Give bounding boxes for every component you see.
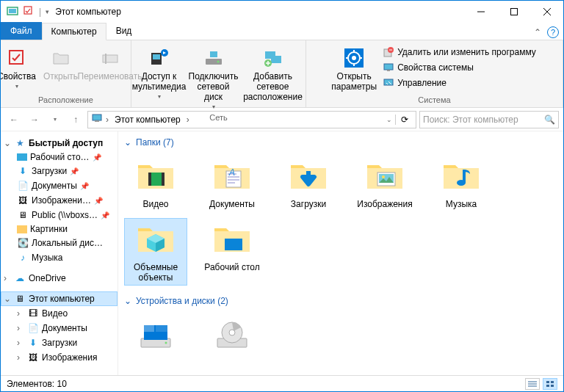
content-pane[interactable]: ⌄Папки (7) Видео A Документы Загрузки Из… — [118, 131, 563, 375]
manage-icon — [383, 77, 394, 89]
chevron-right-icon[interactable]: › — [187, 115, 189, 125]
tree-item[interactable]: ⬇Загрузки📌 — [1, 164, 118, 178]
pin-icon: 📌 — [93, 153, 101, 161]
tab-file[interactable]: Файл — [1, 22, 42, 40]
help-button[interactable]: ? — [547, 26, 559, 38]
system-props-button[interactable]: Свойства системы — [380, 60, 539, 75]
view-icons-button[interactable] — [543, 378, 557, 390]
tree-this-pc[interactable]: ⌄🖥Этот компьютер — [1, 291, 118, 306]
document-icon: 📄 — [17, 180, 29, 192]
drive-local[interactable] — [124, 313, 187, 357]
tree-onedrive[interactable]: ›☁OneDrive — [1, 271, 118, 286]
drive-optical[interactable] — [200, 313, 264, 357]
tab-view[interactable]: Вид — [106, 22, 142, 40]
tree-item[interactable]: ›🖼Изображения — [1, 350, 118, 365]
properties-button[interactable]: Свойства ▾ — [0, 45, 38, 91]
folder-downloads[interactable]: Загрузки — [277, 155, 340, 212]
folder-icon: A — [210, 158, 254, 196]
pin-icon: 📌 — [101, 211, 109, 219]
chevron-down-icon: ⌄ — [124, 137, 131, 148]
document-icon: 📄 — [27, 322, 39, 334]
open-settings-button[interactable]: Открыть параметры — [330, 45, 378, 93]
tree-item[interactable]: ›📄Документы — [1, 321, 118, 335]
chevron-right-icon[interactable]: › — [106, 115, 109, 125]
svg-rect-2 — [24, 7, 32, 14]
forward-button[interactable]: → — [26, 111, 43, 128]
open-icon — [51, 46, 71, 70]
folder-desktop[interactable]: Рабочий стол — [200, 218, 264, 286]
tree-item[interactable]: ♪Музыка — [1, 250, 118, 265]
folder-icon — [134, 221, 178, 259]
cd-drive-icon — [210, 316, 254, 355]
tree-item[interactable]: Рабочий сто…📌 — [1, 150, 118, 164]
refresh-button[interactable]: ⟳ — [395, 115, 413, 125]
map-drive-button[interactable]: Подключить сетевой диск▾ — [187, 45, 240, 112]
open-button[interactable]: Открыть — [40, 45, 82, 83]
back-button[interactable]: ← — [5, 111, 23, 128]
tree-item[interactable]: Картинки — [1, 222, 118, 236]
tree-item[interactable]: 💽Локальный дис… — [1, 236, 118, 250]
pin-icon: 📌 — [80, 182, 89, 190]
up-button[interactable]: ↑ — [67, 111, 84, 128]
svg-rect-36 — [148, 173, 151, 186]
view-details-button[interactable] — [525, 378, 540, 390]
folder-documents[interactable]: A Документы — [200, 155, 264, 212]
tree-item[interactable]: 🖼Изображени…📌 — [1, 193, 118, 208]
tree-item[interactable]: 🖥Public (\\vboxs…📌 — [1, 208, 118, 222]
folder-icon — [17, 225, 27, 233]
svg-rect-47 — [144, 325, 154, 332]
download-icon: ⬇ — [17, 165, 29, 177]
pin-icon: 📌 — [70, 167, 79, 175]
video-icon: 🎞 — [27, 308, 39, 319]
map-drive-icon — [203, 46, 225, 70]
tree-item[interactable]: 📄Документы📌 — [1, 178, 118, 193]
item-count: Элементов: 10 — [7, 379, 67, 389]
folder-icon — [134, 158, 178, 196]
address-dropdown-icon[interactable]: ⌄ — [386, 116, 392, 123]
rename-button[interactable]: Переименовать — [84, 45, 137, 83]
ribbon-tabs: Файл Компьютер Вид ⌃ ? — [1, 23, 563, 40]
folder-video[interactable]: Видео — [124, 155, 187, 212]
svg-rect-7 — [10, 51, 23, 64]
svg-rect-4 — [510, 9, 517, 15]
ribbon-collapse-icon[interactable]: ⌃ — [534, 27, 541, 37]
manage-button[interactable]: Управление — [380, 76, 539, 90]
folder-pictures[interactable]: Изображения — [353, 155, 416, 212]
folder-3d-objects[interactable]: Объемные объекты — [124, 218, 187, 286]
image-icon: 🖼 — [17, 195, 29, 206]
svg-rect-14 — [210, 51, 217, 57]
svg-rect-13 — [206, 59, 222, 65]
uninstall-icon — [383, 46, 394, 58]
folder-icon — [363, 158, 407, 196]
star-icon: ★ — [14, 137, 26, 149]
tree-item[interactable]: ›⬇Загрузки — [1, 335, 118, 350]
address-input[interactable]: › Этот компьютер › ⌄ ⟳ — [87, 111, 416, 128]
breadcrumb[interactable]: Этот компьютер — [112, 115, 184, 125]
tab-computer[interactable]: Компьютер — [42, 23, 106, 40]
add-location-icon — [262, 46, 284, 70]
minimize-button[interactable] — [464, 1, 497, 23]
recent-dropdown-icon[interactable]: ▾ — [46, 111, 64, 128]
section-folders[interactable]: ⌄Папки (7) — [124, 134, 557, 150]
uninstall-button[interactable]: Удалить или изменить программу — [380, 45, 539, 59]
media-icon — [148, 46, 170, 70]
svg-rect-29 — [384, 64, 393, 70]
folder-icon — [286, 158, 330, 196]
nav-tree[interactable]: ⌄★Быстрый доступ Рабочий сто…📌 ⬇Загрузки… — [1, 131, 118, 375]
svg-point-21 — [352, 56, 356, 60]
section-devices[interactable]: ⌄Устройства и диски (2) — [124, 293, 557, 309]
media-access-button[interactable]: Доступ к мультимедиа▾ — [133, 45, 186, 101]
svg-rect-57 — [551, 381, 554, 383]
add-location-button[interactable]: Добавить сетевое расположение — [242, 45, 305, 104]
tree-quick-access[interactable]: ⌄★Быстрый доступ — [1, 136, 118, 150]
maximize-button[interactable] — [497, 1, 530, 23]
svg-rect-59 — [551, 385, 554, 387]
search-input[interactable]: Поиск: Этот компьютер 🔍 — [419, 111, 559, 128]
tree-item[interactable]: ›🎞Видео — [1, 306, 118, 321]
svg-point-49 — [165, 342, 167, 344]
qat-chevron-icon[interactable]: ▾ — [46, 8, 49, 15]
qat-props-icon[interactable] — [23, 5, 35, 19]
svg-rect-17 — [271, 56, 281, 63]
close-button[interactable] — [530, 1, 563, 23]
folder-music[interactable]: Музыка — [430, 155, 493, 212]
